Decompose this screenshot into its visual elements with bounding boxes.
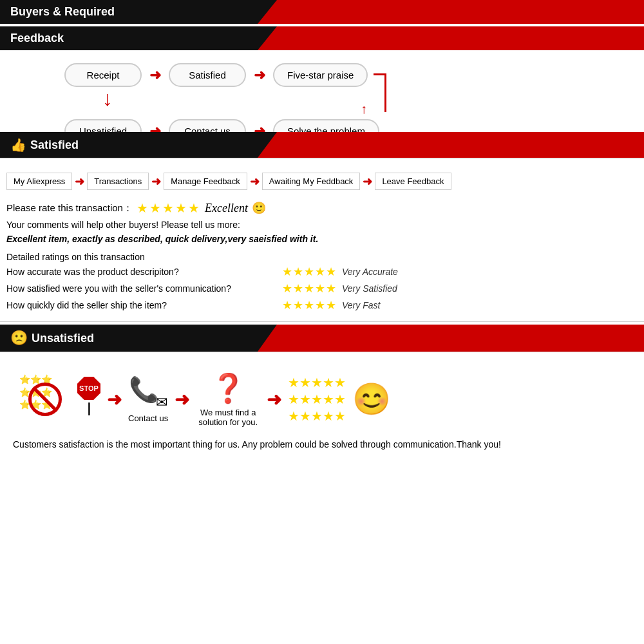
nav-step5: Leave Feedback [375,173,451,190]
rating-value-2: Very Satisfied [342,283,397,294]
stars-1: ★★★★★ [282,265,337,279]
thumbs-up-icon: 👍 [10,137,26,153]
rating-row-2: How satisfied were you with the seller's… [6,281,638,296]
stars-2: ★★★★★ [282,281,337,296]
rating-question-3: How quickly did the seller ship the item… [6,300,277,310]
header-feedback: Feedback [0,26,644,50]
flow-receipt: Receipt [64,63,142,87]
nav-arrow-4: ➜ [363,175,372,189]
header-buyers-title: Buyers & Required [10,5,115,19]
nav-arrow-3: ➜ [250,175,260,189]
detailed-ratings-label: Detailed ratings on this transaction [6,252,638,262]
contact-block: 📞 ✉ Contact us [128,375,168,423]
excellent-text: Excellent [205,202,248,215]
many-stars-block: ★★★★★★★★★★★★★★★ [288,374,346,424]
solution-label: We must find a solution for you. [196,408,260,427]
rating-value-1: Very Accurate [342,267,398,277]
no-circle [28,383,62,416]
big-smiley-block: 😊 [352,381,391,417]
rate-label: Please rate this transaction： [6,202,133,214]
header-satisfied: 👍 Satisfied [0,132,644,158]
header-feedback-title: Feedback [10,32,64,45]
header-buyers: Buyers & Required [0,0,644,24]
no-star-icon: ⭐⭐⭐⭐⭐⭐⭐⭐⭐ [19,374,71,425]
frown-icon: 🙁 [10,330,28,346]
unsat-arrow-3: ➜ [267,389,281,410]
rating-question-1: How accurate was the product descripiton… [6,267,277,277]
satisfaction-text: Customers satisfaction is the most impor… [6,437,638,451]
comment-text: Excellent item, exactly as described, qu… [6,234,638,244]
flow-five-star: Five-star praise [273,63,368,87]
nav-step1: My Aliexpress [6,173,72,190]
rating-stars: ★★★★★ [137,200,201,216]
arrow-satisfied-fivestar: ➜ [254,67,265,84]
arrow-down-receipt: ↓ [102,87,113,119]
nav-flow: My Aliexpress ➜ Transactions ➜ Manage Fe… [6,173,638,190]
rate-line: Please rate this transaction： ★★★★★ Exce… [6,200,638,216]
stop-post [88,402,90,415]
nav-step2: Transactions [87,173,149,190]
flow-section: Receipt ➜ Satisfied ➜ Five-star praise ↓… [0,50,644,129]
header-satisfied-title: Satisfied [30,138,79,152]
stop-sign-block: STOP [77,377,100,415]
flow-row-top: Receipt ➜ Satisfied ➜ Five-star praise [64,63,368,87]
stars-3: ★★★★★ [282,298,337,312]
contact-label: Contact us [128,413,168,423]
unsat-arrow-2: ➜ [175,389,189,410]
nav-step4: Awaiting My Feddback [262,173,361,190]
email-icon: ✉ [156,394,167,411]
header-unsatisfied-title: Unsatisfied [32,332,94,345]
arrow-receipt-satisfied: ➜ [149,67,161,84]
rating-row-3: How quickly did the seller ship the item… [6,298,638,312]
smiley-icon: 🙂 [252,201,266,215]
nav-step3: Manage Feedback [164,173,247,190]
rating-row-1: How accurate was the product descripiton… [6,265,638,279]
question-mark-icon: ❓ [211,372,246,405]
big-smiley-icon: 😊 [352,381,391,417]
rating-question-2: How satisfied were you with the seller's… [6,283,277,294]
comment-prompt: Your comments will help other buyers! Pl… [6,220,638,230]
unsat-flow: ⭐⭐⭐⭐⭐⭐⭐⭐⭐ STOP ➜ 📞 ✉ Contact us ➜ ❓ We m… [19,372,638,427]
many-stars-icon: ★★★★★★★★★★★★★★★ [288,374,346,424]
unsat-arrow-1: ➜ [107,389,122,410]
phone-email-icon: 📞 ✉ [129,375,167,411]
nav-arrow-1: ➜ [75,175,84,189]
nav-arrow-2: ➜ [151,175,161,189]
no-star-block: ⭐⭐⭐⭐⭐⭐⭐⭐⭐ [19,374,71,425]
solution-block: ❓ We must find a solution for you. [196,372,260,427]
flow-satisfied: Satisfied [169,63,246,87]
rating-value-3: Very Fast [342,300,380,310]
header-unsatisfied: 🙁 Unsatisfied [0,325,644,352]
stop-sign-icon: STOP [77,377,100,400]
unsatisfied-content: ⭐⭐⭐⭐⭐⭐⭐⭐⭐ STOP ➜ 📞 ✉ Contact us ➜ ❓ We m… [0,352,644,464]
satisfied-content: My Aliexpress ➜ Transactions ➜ Manage Fe… [0,158,644,322]
phone-icon: 📞 [129,375,159,404]
